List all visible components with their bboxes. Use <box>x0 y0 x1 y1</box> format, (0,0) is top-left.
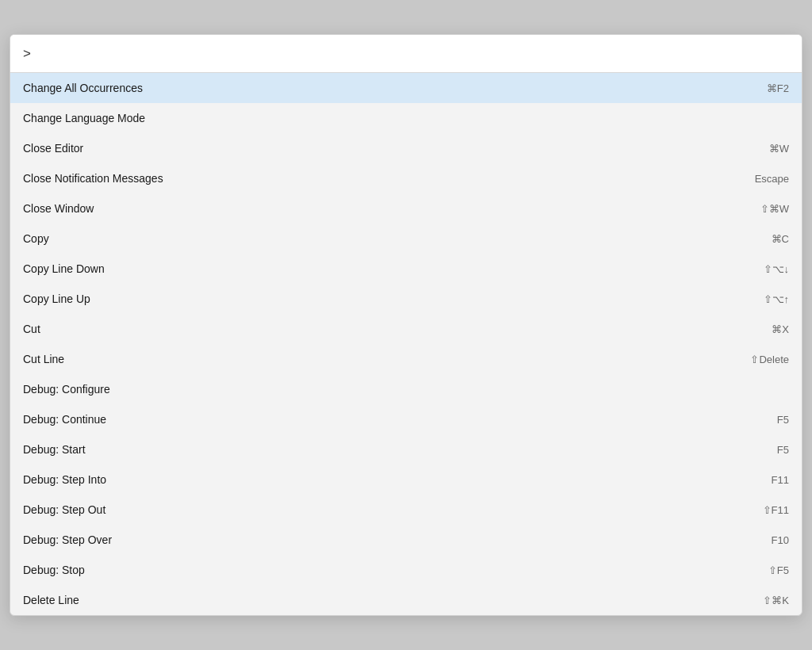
item-shortcut: F10 <box>772 534 789 546</box>
item-label: Close Editor <box>23 142 753 155</box>
menu-item[interactable]: Debug: Stop⇧F5 <box>10 555 802 585</box>
menu-item[interactable]: Debug: Step OverF10 <box>10 525 802 555</box>
menu-item[interactable]: Cut⌘X <box>10 314 802 344</box>
item-shortcut: ⌘W <box>769 143 789 155</box>
search-box <box>10 35 802 73</box>
item-label: Close Window <box>23 202 745 215</box>
menu-item[interactable]: Change All Occurrences⌘F2 <box>10 73 802 103</box>
menu-item[interactable]: Copy Line Up⇧⌥↑ <box>10 284 802 314</box>
item-label: Cut Line <box>23 353 734 365</box>
items-container: Change All Occurrences⌘F2Change Language… <box>10 73 802 615</box>
item-label: Close Notification Messages <box>23 172 739 185</box>
item-shortcut: F5 <box>777 444 789 456</box>
menu-item[interactable]: Cut Line⇧Delete <box>10 344 802 374</box>
item-label: Debug: Step Out <box>23 503 747 516</box>
item-shortcut: ⌘C <box>772 233 789 245</box>
menu-item[interactable]: Change Language Mode <box>10 103 802 133</box>
item-shortcut: ⇧⌘K <box>763 595 789 606</box>
item-label: Debug: Start <box>23 443 761 456</box>
item-shortcut: ⇧⌘W <box>760 203 789 215</box>
item-label: Copy <box>23 232 756 245</box>
command-palette: Change All Occurrences⌘F2Change Language… <box>10 34 802 616</box>
item-label: Copy Line Up <box>23 292 748 305</box>
item-shortcut: ⇧⌥↑ <box>764 293 790 305</box>
item-shortcut: ⇧F5 <box>768 564 789 576</box>
item-label: Debug: Step Into <box>23 473 756 486</box>
item-shortcut: ⌘X <box>772 323 789 335</box>
item-label: Change All Occurrences <box>23 82 751 94</box>
menu-item[interactable]: Debug: StartF5 <box>10 434 802 465</box>
item-shortcut: F5 <box>777 414 789 426</box>
search-input[interactable] <box>23 46 789 62</box>
menu-item[interactable]: Copy Line Down⇧⌥↓ <box>10 254 802 284</box>
item-shortcut: F11 <box>772 474 789 486</box>
menu-item[interactable]: Close Editor⌘W <box>10 133 802 163</box>
item-label: Debug: Stop <box>23 564 753 576</box>
item-shortcut: ⇧⌥↓ <box>764 263 790 275</box>
item-shortcut: Escape <box>755 173 789 185</box>
item-label: Debug: Configure <box>23 383 789 396</box>
menu-item[interactable]: Close Notification MessagesEscape <box>10 163 802 193</box>
item-shortcut: ⇧Delete <box>750 354 789 365</box>
menu-item[interactable]: Copy⌘C <box>10 224 802 254</box>
menu-item[interactable]: Close Window⇧⌘W <box>10 193 802 224</box>
menu-item[interactable]: Delete Line⇧⌘K <box>10 585 802 615</box>
menu-item[interactable]: Debug: Step IntoF11 <box>10 465 802 495</box>
item-label: Debug: Continue <box>23 413 761 426</box>
item-label: Delete Line <box>23 594 747 606</box>
item-label: Change Language Mode <box>23 112 789 124</box>
item-label: Cut <box>23 323 756 335</box>
item-label: Debug: Step Over <box>23 533 756 546</box>
menu-item[interactable]: Debug: ContinueF5 <box>10 404 802 434</box>
item-shortcut: ⇧F11 <box>763 504 789 516</box>
menu-item[interactable]: Debug: Configure <box>10 374 802 404</box>
item-shortcut: ⌘F2 <box>767 82 789 94</box>
item-label: Copy Line Down <box>23 262 748 275</box>
menu-item[interactable]: Debug: Step Out⇧F11 <box>10 495 802 525</box>
